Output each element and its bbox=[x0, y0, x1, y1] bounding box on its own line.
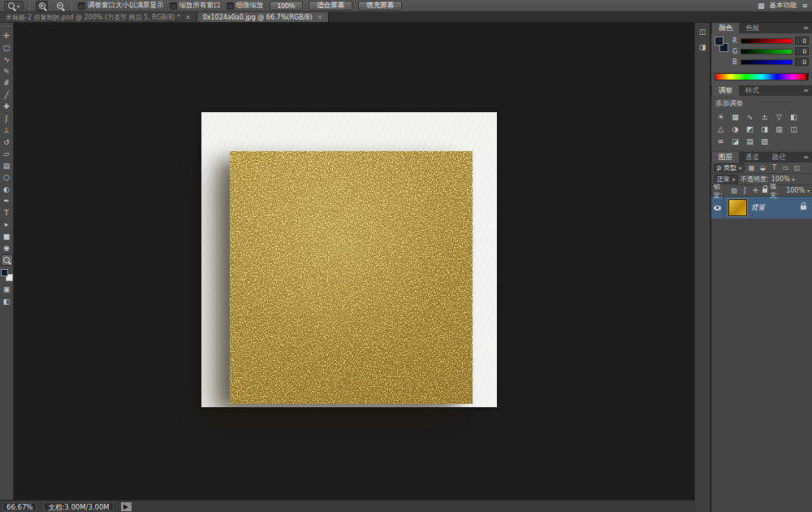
eyedropper-tool[interactable]: ╱ bbox=[1, 89, 13, 101]
threshold-icon[interactable]: ◪ bbox=[729, 136, 741, 146]
layer-visibility-cell[interactable] bbox=[711, 197, 724, 219]
blue-channel-slider[interactable] bbox=[741, 59, 793, 65]
red-channel-value[interactable]: 0 bbox=[795, 37, 809, 45]
filter-type-layers-icon[interactable]: T bbox=[770, 164, 779, 171]
toolbox-grip[interactable] bbox=[3, 26, 11, 28]
lock-transparent-pixels-icon[interactable]: ▨ bbox=[730, 187, 738, 194]
status-options-arrow[interactable]: ▶ bbox=[121, 502, 132, 511]
photo-filter-icon[interactable]: ◩ bbox=[744, 124, 756, 134]
color-lookup-icon[interactable]: ▥ bbox=[773, 124, 785, 134]
close-icon[interactable]: ✕ bbox=[185, 14, 191, 21]
type-tool[interactable]: T bbox=[1, 207, 13, 219]
zoom-in-mode-button[interactable]: + bbox=[36, 1, 48, 11]
canvas-area[interactable] bbox=[15, 23, 693, 500]
rectangle-tool[interactable]: ■ bbox=[1, 231, 13, 242]
history-brush-tool[interactable]: ↺ bbox=[1, 137, 13, 148]
channel-mixer-icon[interactable]: ◨ bbox=[758, 124, 771, 134]
hand-tool[interactable]: ◉ bbox=[1, 242, 13, 254]
document-tab[interactable]: 未标题-2 仿复制的.psd @ 200% (万圣节 拷贝 5, RGB/8) … bbox=[0, 12, 197, 22]
filter-pixel-layers-icon[interactable]: ▦ bbox=[747, 164, 756, 171]
path-selection-tool[interactable]: ▸ bbox=[1, 219, 13, 230]
clone-stamp-tool[interactable]: ⊥ bbox=[1, 124, 13, 136]
tab-channels[interactable]: 通道 bbox=[739, 152, 766, 163]
blur-tool[interactable]: ○ bbox=[1, 171, 13, 183]
tab-label: 未标题-2 仿复制的.psd @ 200% (万圣节 拷贝 5, RGB/8) … bbox=[6, 13, 180, 22]
tab-styles[interactable]: 样式 bbox=[739, 85, 766, 96]
close-icon[interactable]: ✕ bbox=[317, 14, 323, 21]
green-channel-value[interactable]: 0 bbox=[795, 47, 809, 55]
layer-list-empty-area[interactable] bbox=[711, 219, 812, 512]
color-balance-icon[interactable]: △ bbox=[715, 124, 727, 134]
panel-menu-icon[interactable]: ≡ bbox=[800, 152, 812, 163]
zoom-tool[interactable] bbox=[1, 254, 13, 266]
pen-tool[interactable]: ✒ bbox=[1, 195, 13, 206]
foreground-color-swatch[interactable] bbox=[715, 37, 723, 46]
document-tab-active[interactable]: 0x1024a0a0.jpg @ 66.7%(RGB/8) ✕ bbox=[197, 12, 330, 22]
tab-paths[interactable]: 路径 bbox=[766, 152, 793, 163]
screen-mode-button[interactable]: ◧ bbox=[1, 296, 13, 307]
chevron-down-icon: ▾ bbox=[739, 165, 741, 171]
healing-brush-tool[interactable]: ✚ bbox=[1, 101, 13, 112]
actual-pixels-button[interactable]: 100% bbox=[270, 1, 304, 11]
foreground-color-swatch[interactable] bbox=[1, 269, 8, 276]
workspace-switcher[interactable]: 基本功能 bbox=[769, 1, 797, 11]
crop-tool[interactable]: # bbox=[1, 77, 13, 89]
layer-filter-kind-select[interactable]: ρ 类型 ▾ bbox=[714, 163, 745, 172]
quick-selection-tool[interactable]: ✎ bbox=[1, 66, 13, 77]
brush-tool[interactable]: ʃ bbox=[1, 113, 13, 124]
filter-shape-layers-icon[interactable]: ▭ bbox=[781, 164, 790, 171]
blue-channel-value[interactable]: 0 bbox=[795, 58, 809, 66]
panel-menu-icon[interactable]: ≡ bbox=[800, 23, 812, 33]
tab-swatches[interactable]: 色板 bbox=[739, 23, 766, 33]
fill-screen-button[interactable]: 填充屏幕 bbox=[358, 1, 402, 11]
green-channel-slider[interactable] bbox=[741, 49, 793, 54]
color-spectrum-ramp[interactable] bbox=[715, 73, 809, 80]
tab-adjustments[interactable]: 调整 bbox=[712, 85, 739, 96]
vibrance-icon[interactable]: ▽ bbox=[773, 111, 785, 122]
levels-icon[interactable]: ▦ bbox=[729, 111, 741, 122]
divider bbox=[71, 2, 72, 11]
red-channel-label: R bbox=[732, 37, 738, 45]
tab-layers[interactable]: 图层 bbox=[712, 152, 739, 163]
brightness-contrast-icon[interactable]: ☀ bbox=[715, 111, 727, 122]
dodge-tool[interactable]: ◐ bbox=[1, 184, 13, 195]
red-channel-slider[interactable] bbox=[741, 38, 793, 44]
exposure-icon[interactable]: ± bbox=[758, 111, 771, 122]
rectangular-marquee-tool[interactable]: ▢ bbox=[1, 42, 13, 54]
panel-menu-icon[interactable]: ≡ bbox=[801, 2, 808, 10]
eraser-tool[interactable]: ▱ bbox=[1, 148, 13, 159]
filter-adjustment-layers-icon[interactable]: ◒ bbox=[758, 164, 767, 171]
collapsed-properties-panel-icon[interactable]: ◨ bbox=[697, 41, 708, 52]
gradient-tool[interactable]: ▤ bbox=[1, 160, 13, 171]
zoom-percent-field[interactable]: 66.67% bbox=[2, 502, 37, 511]
fit-screen-button[interactable]: 适合屏幕 bbox=[309, 1, 352, 11]
lock-all-icon[interactable] bbox=[762, 189, 767, 193]
layer-row-background[interactable]: 背景 bbox=[711, 197, 812, 219]
black-white-icon[interactable]: ◑ bbox=[729, 124, 741, 134]
document-sizes-field[interactable]: 文档:3.00M/3.00M bbox=[44, 502, 113, 511]
filter-smart-objects-icon[interactable]: ◱ bbox=[793, 164, 801, 171]
fill-value[interactable]: 100% bbox=[786, 187, 805, 194]
selective-color-icon[interactable]: ▧ bbox=[758, 136, 771, 146]
hue-saturation-icon[interactable]: ◧ bbox=[788, 111, 800, 122]
curves-icon[interactable]: ∿ bbox=[744, 111, 756, 122]
collapsed-history-panel-icon[interactable]: ◫ bbox=[697, 26, 708, 37]
invert-icon[interactable]: ◫ bbox=[788, 124, 800, 134]
tab-color[interactable]: 颜色 bbox=[712, 23, 739, 33]
tool-preset-picker[interactable]: ▾ bbox=[4, 1, 24, 11]
layer-thumbnail[interactable] bbox=[728, 199, 747, 216]
scrubby-zoom-checkbox[interactable] bbox=[227, 2, 234, 10]
lock-image-pixels-icon[interactable]: ʃ bbox=[741, 187, 749, 194]
move-tool[interactable]: ✛ bbox=[1, 30, 13, 41]
zoom-all-windows-checkbox[interactable] bbox=[170, 2, 177, 10]
quick-mask-button[interactable]: ▣ bbox=[1, 284, 13, 295]
lasso-tool[interactable]: ∿ bbox=[1, 54, 13, 65]
gold-glitter-texture[interactable] bbox=[230, 151, 473, 404]
lock-position-icon[interactable]: ✛ bbox=[751, 187, 759, 194]
zoom-out-mode-button[interactable]: − bbox=[54, 1, 66, 11]
panel-menu-icon[interactable]: ≡ bbox=[800, 85, 812, 96]
posterize-icon[interactable]: ≡ bbox=[715, 136, 727, 146]
document-image-paper[interactable] bbox=[201, 112, 497, 407]
gradient-map-icon[interactable]: ▤ bbox=[744, 136, 756, 146]
resize-windows-checkbox[interactable] bbox=[78, 2, 85, 10]
